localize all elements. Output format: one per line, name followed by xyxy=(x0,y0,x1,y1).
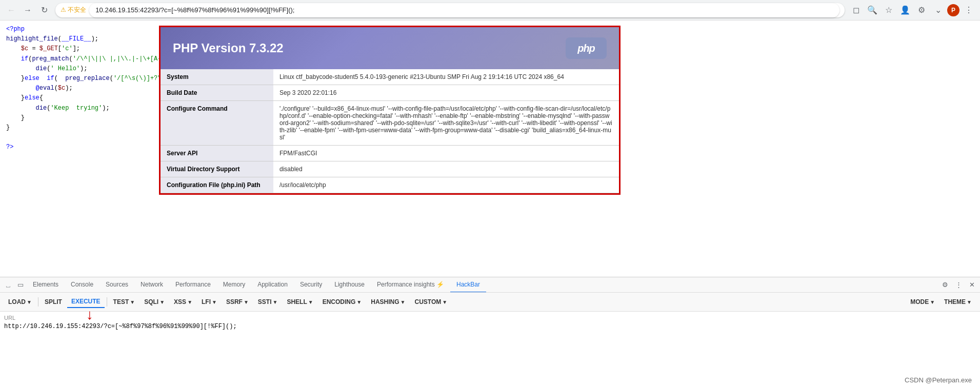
nav-buttons: ← → ↻ xyxy=(4,3,51,17)
devtools-tabs: ⎵ ▭ ElementsConsoleSourcesNetworkPerform… xyxy=(0,277,980,293)
back-button[interactable]: ← xyxy=(4,3,18,17)
devtools-tab-memory[interactable]: Memory xyxy=(217,277,251,293)
address-input[interactable] xyxy=(89,3,839,17)
hackbar-btn-encoding[interactable]: ENCODING ▼ xyxy=(318,296,366,308)
bookmark-button[interactable]: ☆ xyxy=(882,3,896,17)
devtools-tab-application[interactable]: Application xyxy=(251,277,294,293)
table-cell-label: Server API xyxy=(161,146,273,161)
url-input[interactable] xyxy=(4,323,976,330)
hackbar-btn-xss[interactable]: XSS ▼ xyxy=(170,296,196,308)
table-cell-value: disabled xyxy=(273,161,619,177)
phpinfo-title: PHP Version 7.3.22 xyxy=(173,41,284,55)
devtools-tab-console[interactable]: Console xyxy=(65,277,99,293)
hackbar-btn-lfi[interactable]: LFI ▼ xyxy=(197,296,221,308)
extensions2-button[interactable]: ⚙ xyxy=(914,3,929,17)
avatar-button[interactable]: P xyxy=(947,4,959,16)
chrome-toolbar-icons: ◻ 🔍 ☆ 👤 ⚙ ⌄ P ⋮ xyxy=(849,3,976,17)
table-cell-label: Build Date xyxy=(161,85,273,101)
reload-button[interactable]: ↻ xyxy=(37,3,51,17)
table-cell-label: System xyxy=(161,69,273,85)
devtools-tab-performance-insights-⚡[interactable]: Performance insights ⚡ xyxy=(371,277,450,293)
table-cell-value: Linux ctf_babycode-student5 5.4.0-193-ge… xyxy=(273,69,619,85)
main-content: <?php highlight_file(__FILE__); $c = $_G… xyxy=(0,21,980,277)
devtools-tab-lighthouse[interactable]: Lighthouse xyxy=(328,277,371,293)
watermark: CSDN @Peterpan.exe xyxy=(905,376,972,384)
forward-button[interactable]: → xyxy=(21,3,35,17)
table-cell-label: Configuration File (php.ini) Path xyxy=(161,177,273,193)
hackbar-btn-custom[interactable]: CUSTOM ▼ xyxy=(411,296,452,308)
zoom-button[interactable]: 🔍 xyxy=(865,3,879,17)
phpinfo-panel: PHP Version 7.3.22 php SystemLinux ctf_b… xyxy=(159,26,621,195)
menu-button[interactable]: ⋮ xyxy=(962,3,976,17)
profile-button[interactable]: 👤 xyxy=(898,3,912,17)
red-arrow-indicator: ↓ xyxy=(86,307,93,323)
hackbar-btn-hashing[interactable]: HASHING ▼ xyxy=(367,296,409,308)
phpinfo-header: PHP Version 7.3.22 php xyxy=(161,27,619,69)
devtools-tab-performance[interactable]: Performance xyxy=(169,277,217,293)
devtools-tab-elements[interactable]: Elements xyxy=(27,277,65,293)
devtools-tab-hackbar[interactable]: HackBar xyxy=(450,277,486,293)
hackbar-btn-ssti[interactable]: SSTI ▼ xyxy=(254,296,282,308)
table-cell-value: /usr/local/etc/php xyxy=(273,177,619,193)
devtools-inspect-icon[interactable]: ⎵ xyxy=(2,279,14,291)
hackbar-toolbar: LOAD ▼SPLITEXECUTETEST ▼SQLI ▼XSS ▼LFI ▼… xyxy=(0,293,980,312)
hackbar-btn-test[interactable]: TEST ▼ xyxy=(109,296,139,308)
table-cell-value: Sep 3 2020 22:01:16 xyxy=(273,85,619,101)
hackbar-btn-load[interactable]: LOAD ▼ xyxy=(4,296,36,308)
hackbar-container: LOAD ▼SPLITEXECUTETEST ▼SQLI ▼XSS ▼LFI ▼… xyxy=(0,293,980,312)
devtools-close-icon[interactable]: ✕ xyxy=(966,279,978,291)
hackbar-btn-mode[interactable]: MODE ▼ xyxy=(906,296,939,308)
hackbar-divider xyxy=(107,297,107,307)
devtools-tab-security[interactable]: Security xyxy=(294,277,328,293)
table-row: SystemLinux ctf_babycode-student5 5.4.0-… xyxy=(161,69,619,85)
devtools-right-icons: ⚙ ⋮ ✕ xyxy=(939,279,978,291)
table-row: Virtual Directory Supportdisabled xyxy=(161,161,619,177)
table-cell-label: Virtual Directory Support xyxy=(161,161,273,177)
php-logo: php xyxy=(566,37,607,59)
security-indicator: ⚠ 不安全 xyxy=(61,6,86,14)
hackbar-url-area: URL xyxy=(0,312,980,334)
hackbar-btn-shell[interactable]: SHELL ▼ xyxy=(283,296,317,308)
devtools-tab-sources[interactable]: Sources xyxy=(99,277,134,293)
hackbar-divider xyxy=(38,297,38,307)
hackbar-btn-split[interactable]: SPLIT xyxy=(41,296,66,308)
table-row: Configuration File (php.ini) Path/usr/lo… xyxy=(161,177,619,193)
table-cell-label: Configure Command xyxy=(161,101,273,146)
address-bar-container: ⚠ 不安全 xyxy=(55,3,845,17)
devtools-more-icon[interactable]: ⋮ xyxy=(952,279,965,291)
table-row: Server APIFPM/FastCGI xyxy=(161,146,619,161)
table-row: Configure Command'./configure' '--build=… xyxy=(161,101,619,146)
hackbar-btn-theme[interactable]: THEME ▼ xyxy=(940,296,976,308)
phpinfo-table: SystemLinux ctf_babycode-student5 5.4.0-… xyxy=(161,69,619,193)
hackbar-btn-ssrf[interactable]: SSRF ▼ xyxy=(222,296,253,308)
extensions-button[interactable]: ◻ xyxy=(849,3,863,17)
devtools-tab-network[interactable]: Network xyxy=(134,277,169,293)
table-row: Build DateSep 3 2020 22:01:16 xyxy=(161,85,619,101)
devtools-device-icon[interactable]: ▭ xyxy=(14,279,27,291)
devtools-panel: ⎵ ▭ ElementsConsoleSourcesNetworkPerform… xyxy=(0,277,980,388)
devtools-settings-icon[interactable]: ⚙ xyxy=(939,279,951,291)
browser-chrome: ← → ↻ ⚠ 不安全 ◻ 🔍 ☆ 👤 ⚙ ⌄ P ⋮ xyxy=(0,0,980,21)
table-cell-value: './configure' '--build=x86_64-linux-musl… xyxy=(273,101,619,146)
download-button[interactable]: ⌄ xyxy=(931,3,945,17)
table-cell-value: FPM/FastCGI xyxy=(273,146,619,161)
hackbar-btn-sqli[interactable]: SQLI ▼ xyxy=(140,296,169,308)
url-label: URL xyxy=(4,315,976,321)
